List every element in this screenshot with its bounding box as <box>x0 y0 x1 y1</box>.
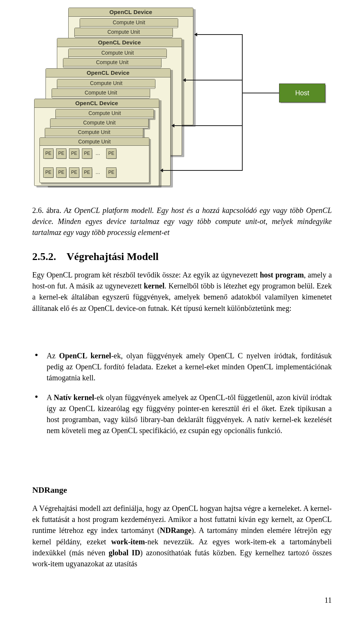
pe-ellipsis: ... <box>96 167 100 177</box>
pe-box: PE <box>82 167 92 178</box>
connector <box>163 170 243 171</box>
figure-caption: 2.6. ábra. Az OpenCL platform modell. Eg… <box>32 205 332 238</box>
list-item: Az OpenCL kernel-ek, olyan függvények am… <box>47 350 332 384</box>
compute-unit-title: Compute Unit <box>50 119 148 127</box>
arrow-left-icon <box>194 33 197 36</box>
compute-unit-title: Compute Unit <box>52 89 150 97</box>
device-title: OpenCL Device <box>35 99 159 108</box>
compute-unit-title: Compute Unit <box>75 28 173 36</box>
compute-unit-box: Compute Unit <box>57 79 155 89</box>
connector <box>197 34 243 35</box>
pe-box: PE <box>106 148 116 159</box>
bullet-icon <box>35 396 38 398</box>
term-ndrange: NDRange <box>160 526 191 534</box>
connector-vertical <box>242 34 243 170</box>
compute-unit-box: Compute Unit <box>74 28 173 38</box>
compute-unit-title: Compute Unit <box>80 19 178 27</box>
page-number: 11 <box>325 596 332 605</box>
compute-unit-title: Compute Unit <box>63 58 161 66</box>
pe-box: PE <box>69 167 79 178</box>
device-title: OpenCL Device <box>69 8 193 17</box>
term-kernel: kernel <box>144 282 164 290</box>
compute-unit-title: Compute Unit <box>45 128 143 136</box>
compute-unit-box: Compute Unit <box>50 118 149 128</box>
device-title: OpenCL Device <box>57 38 182 47</box>
compute-unit-title: Compute Unit <box>56 109 154 117</box>
compute-unit-title: Compute Unit <box>57 79 155 87</box>
section-title: Végrehajtási Modell <box>67 251 159 262</box>
term-opencl-kernel: OpenCL kernel <box>59 351 111 360</box>
arrow-left-icon <box>160 169 163 172</box>
body-paragraph: A Végrehajtási modell azt definiálja, ho… <box>32 503 332 569</box>
term-global-id: global ID <box>108 548 140 557</box>
arrow-left-icon <box>171 124 174 128</box>
compute-unit-box: Compute Unit <box>45 128 143 138</box>
compute-unit-box: Compute Unit <box>63 58 162 68</box>
pe-box: PE <box>56 167 66 178</box>
opencl-platform-diagram: OpenCL Device Compute Unit Compute Unit … <box>30 8 334 190</box>
section-number: 2.5.2. <box>32 251 56 262</box>
host-box: Host <box>279 84 325 102</box>
bullet-icon <box>35 354 38 356</box>
pe-box: PE <box>43 167 53 178</box>
term-work-item: work-item <box>111 537 145 546</box>
pe-box: PE <box>69 148 79 159</box>
pe-box: PE <box>106 167 116 178</box>
bullet-list: Az OpenCL kernel-ek, olyan függvények am… <box>47 350 332 444</box>
device-title: OpenCL Device <box>46 69 170 77</box>
list-item: A Natív kernel-ek olyan függvények amely… <box>47 392 332 437</box>
pe-box: PE <box>43 148 53 159</box>
term-host-program: host program <box>260 271 304 279</box>
caption-figure-number: 2.6. ábra. <box>32 206 61 214</box>
connector-to-host <box>242 93 279 93</box>
connector <box>174 125 243 126</box>
text: A <box>47 393 54 402</box>
arrow-left-icon <box>183 78 186 82</box>
body-paragraph: Egy OpenCL program két részből tevődik ö… <box>32 270 332 314</box>
compute-unit-title: Compute Unit <box>69 49 166 57</box>
compute-unit-box: Compute Unit <box>52 88 150 98</box>
compute-unit-title: Compute Unit <box>40 138 149 146</box>
subsection-heading: NDRange <box>32 485 67 495</box>
compute-unit-box: Compute Unit <box>55 109 154 119</box>
text: Az <box>47 351 59 360</box>
compute-unit-box: Compute Unit <box>80 18 178 28</box>
caption-title: Az OpenCL platform modell. <box>64 206 154 214</box>
term-native-kernel: Natív kernel <box>54 393 94 402</box>
connector <box>186 80 243 80</box>
text: Egy OpenCL program két részből tevődik ö… <box>32 271 260 279</box>
pe-ellipsis: ... <box>96 148 100 158</box>
pe-box: PE <box>56 148 66 159</box>
compute-unit-box: Compute Unit <box>68 49 167 58</box>
section-heading: 2.5.2. Végrehajtási Modell <box>32 251 158 263</box>
pe-box: PE <box>82 148 92 159</box>
